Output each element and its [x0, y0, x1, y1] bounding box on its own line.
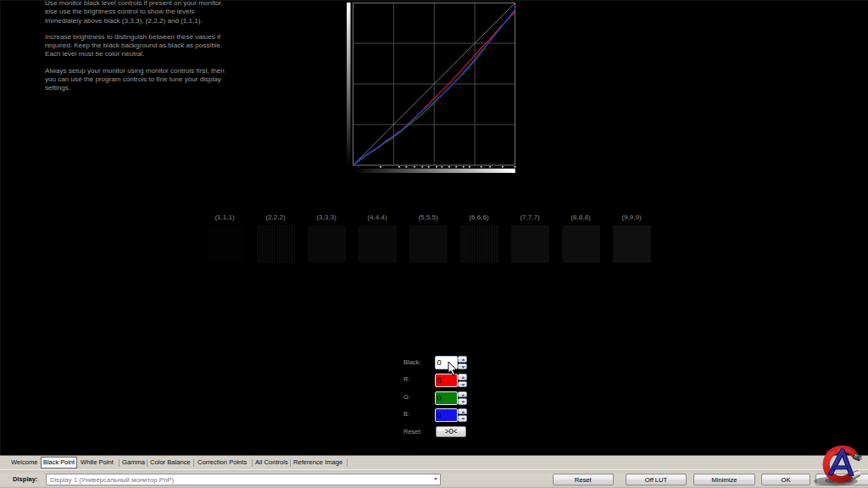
svg-text:atrise: atrise [826, 447, 837, 453]
